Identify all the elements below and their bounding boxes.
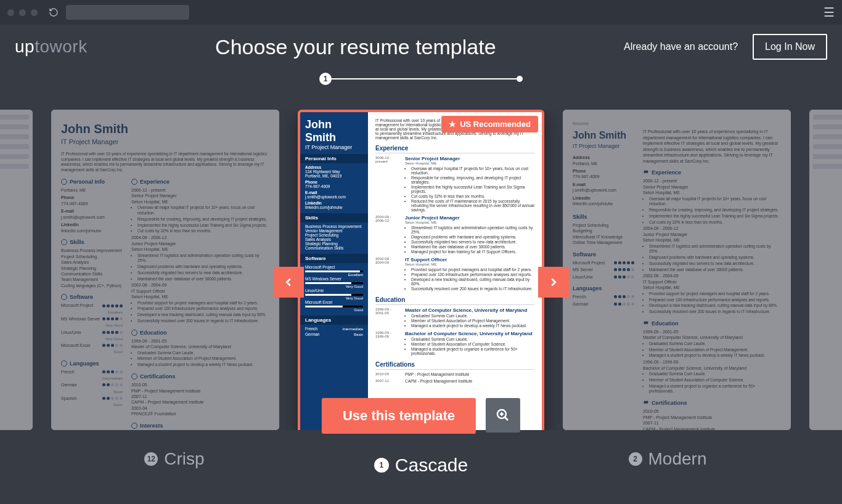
rp-edu: Education	[375, 296, 534, 305]
job-row: 2006-12 - presentSenior Project ManagerS…	[131, 187, 269, 234]
m-name: John Smith	[573, 129, 634, 142]
m-lg-h: Languages	[573, 285, 634, 292]
addr: Portland, ME	[61, 187, 123, 193]
rp-cert: Certifications	[375, 361, 534, 370]
lp-ph: 774-987-4009	[305, 184, 330, 189]
edu-row: 1996-09 - 1999-06Bachelor of Computer Sc…	[643, 359, 781, 394]
window-dot-min[interactable]	[19, 9, 26, 16]
cert-row: 2003-04PRINCE2® Foundation	[131, 405, 269, 417]
app-header: uptowork Choose your resume template Alr…	[0, 25, 842, 69]
job-row: 2002-08 - 2004-09IT Support OfficerSeton…	[375, 257, 534, 291]
c-name: John Smith	[305, 118, 363, 144]
job-row: 2004-09 - 2006-12Junior Project ManagerS…	[131, 235, 269, 282]
sec-int: Interests	[140, 422, 163, 429]
txt-cascade: Cascade	[395, 455, 468, 476]
job-row: 2002-08 - 2004-09IT Support OfficerSeton…	[643, 273, 781, 314]
lp-sw: Software	[300, 254, 368, 263]
speech-icon	[643, 320, 649, 327]
lp-em-h: E-mail	[305, 190, 317, 195]
template-edge-right[interactable]	[809, 110, 842, 430]
page-title: Choose your resume template	[88, 35, 624, 59]
speech-icon	[643, 400, 649, 406]
progress-steps: 1	[0, 73, 842, 85]
carousel-prev-button[interactable]	[273, 267, 304, 298]
template-card-modern[interactable]: Resume John Smith IT Project Manager Add…	[563, 110, 791, 430]
star-icon: ★	[449, 120, 456, 129]
m-sw-h: Software	[573, 251, 634, 258]
speech-icon	[643, 169, 649, 176]
zoom-button[interactable]	[486, 398, 520, 433]
label-cascade[interactable]: 1 Cascade	[310, 455, 532, 476]
m-e: j.smith@uptowork.com	[573, 187, 634, 193]
lp-ph-h: Phone	[305, 180, 317, 184]
phone: 774-987-4009	[61, 201, 123, 206]
account-question: Already have an account?	[624, 41, 738, 52]
use-template-button[interactable]: Use this template	[322, 398, 476, 434]
us-badge-label: US Recommended	[460, 120, 531, 129]
url-bar[interactable]	[66, 5, 189, 20]
step-end	[517, 76, 523, 82]
logo[interactable]: uptowork	[15, 37, 88, 57]
menu-icon[interactable]: ☰	[824, 5, 835, 20]
m-ct: Certifications	[652, 399, 687, 407]
m-p: 774-987-4009	[573, 174, 634, 179]
c-role: IT Project Manager	[305, 144, 363, 150]
m-addr: Portland, ME	[573, 161, 634, 166]
cert-row: 2010-05PMP - Project Management Institut…	[131, 382, 269, 394]
sec-exp: Experience	[140, 178, 170, 185]
label-modern[interactable]: 2 Modern	[557, 442, 779, 476]
svg-line-1	[505, 417, 508, 420]
job-row: 2006-12 - presentSenior Project ManagerS…	[643, 178, 781, 225]
resume-summary: IT Professional with over 10 years of ex…	[61, 152, 269, 173]
logo-work: work	[50, 37, 88, 57]
sec-personal: Personal Info	[70, 178, 105, 185]
label-crisp[interactable]: 12 Crisp	[63, 442, 285, 476]
login-button[interactable]: Log In Now	[753, 34, 827, 60]
job-row: 2006-12 - presentSenior Project ManagerS…	[375, 156, 534, 213]
template-card-cascade[interactable]: ★ US Recommended John Smith IT Project M…	[298, 110, 544, 430]
template-carousel: John Smith IT Project Manager IT Profess…	[0, 110, 842, 455]
step-1[interactable]: 1	[319, 73, 332, 85]
window-dot-close[interactable]	[7, 9, 14, 16]
li: linkedin.com/johnutw	[61, 228, 123, 234]
chevron-left-icon	[282, 275, 295, 289]
edu-row: 1999-09 - 2001-05Master of Computer Scie…	[643, 329, 781, 359]
resume-label: Resume	[573, 121, 781, 126]
logo-up: up	[15, 37, 35, 57]
txt-modern: Modern	[648, 449, 707, 469]
resume-role: IT Project Manager	[61, 137, 269, 147]
m-sk: Skills	[573, 213, 634, 221]
reload-icon[interactable]	[47, 6, 60, 18]
window-dot-max[interactable]	[31, 9, 38, 16]
rp-exp: Experience	[375, 145, 534, 153]
template-labels: 12 Crisp 1 Cascade 2 Modern	[0, 442, 842, 476]
m-exp: Experience	[652, 169, 681, 176]
template-card-crisp[interactable]: John Smith IT Project Manager IT Profess…	[51, 110, 279, 430]
browser-chrome: ☰	[0, 0, 842, 25]
carousel-next-button[interactable]	[538, 267, 569, 298]
template-edge-left[interactable]	[0, 110, 33, 430]
lp-em: j.smith@uptowork.com	[305, 195, 346, 199]
sec-skills: Skills	[70, 238, 84, 246]
phone-h: Phone	[61, 195, 123, 200]
m-role: IT Project Manager	[573, 142, 634, 150]
step-line	[332, 78, 517, 79]
zoom-in-icon	[496, 408, 510, 423]
resume-name: John Smith	[61, 121, 269, 137]
lp-li-h: LinkedIn	[305, 201, 322, 205]
sec-cert: Certifications	[140, 373, 176, 380]
cert-row: 2010-05PMP - Project Management Institut…	[643, 408, 781, 420]
window-controls	[7, 9, 38, 16]
txt-crisp: Crisp	[164, 449, 204, 469]
m-edu: Education	[652, 320, 679, 327]
m-p-h: Phone	[573, 168, 634, 174]
num-modern: 2	[629, 452, 642, 466]
sec-edu: Education	[140, 329, 167, 336]
m-sum: IT Professional with over 10 years of ex…	[643, 129, 781, 164]
m-l: linkedin.com/johnutw	[573, 201, 634, 206]
num-crisp: 12	[144, 452, 158, 466]
job-row: 2004-09 - 2006-12Junior Project ManagerS…	[643, 226, 781, 272]
cascade-main: IT Professional with over 10 years of ex…	[368, 112, 542, 430]
lp-lang: Languages	[300, 315, 368, 325]
li-h: LinkedIn	[61, 222, 123, 227]
